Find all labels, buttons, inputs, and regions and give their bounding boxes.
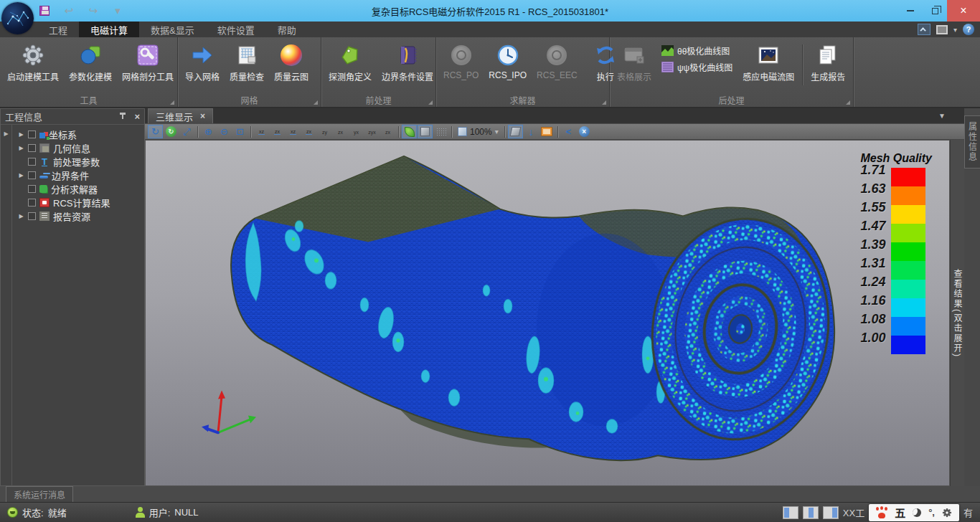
project-info-panel: 工程信息 × ▶ ▶ 坐标系 ▶ (0, 108, 145, 486)
view-preset-button[interactable]: zy (317, 125, 332, 138)
checkbox[interactable] (28, 158, 36, 166)
moon-icon[interactable] (913, 508, 921, 517)
app-logo-icon[interactable] (1, 2, 34, 34)
3d-canvas[interactable]: Mesh Quality 1.71 1.63 1.55 1.47 1.39 1.… (145, 140, 950, 486)
tree-gutter[interactable]: ▶ (1, 125, 12, 485)
download-view-icon[interactable]: ↓ (524, 125, 539, 138)
tree-item-report-resources[interactable]: ▶ 报告资源 (12, 209, 144, 223)
gear-icon (21, 43, 45, 67)
zoom-in-icon[interactable]: ⊕ (201, 125, 216, 138)
close-button[interactable]: × (947, 0, 980, 22)
tab-3d-display[interactable]: 三维显示 × (148, 108, 213, 123)
pin-icon[interactable] (118, 113, 127, 121)
checkbox[interactable] (28, 144, 36, 152)
group-launcher-icon[interactable] (170, 100, 174, 105)
rotate-view-icon[interactable]: ↻ (148, 125, 163, 138)
tab-help[interactable]: 帮助 (266, 22, 308, 37)
zoom-dropdown-icon[interactable]: ▾ (495, 128, 499, 136)
checkbox[interactable] (28, 199, 36, 207)
group-launcher-icon[interactable] (314, 100, 318, 105)
pan-zoom-icon[interactable]: ⤢ (179, 125, 194, 138)
tree-item-preprocess-params[interactable]: T 前处理参数 (12, 155, 144, 169)
layout-middle-panel-button[interactable] (803, 506, 819, 519)
capture-window-icon[interactable] (540, 125, 555, 138)
checkbox[interactable] (28, 171, 36, 179)
help-icon[interactable]: ? (963, 24, 974, 35)
zoom-level-select[interactable]: 100% ▾ (455, 127, 501, 137)
collapse-ribbon-icon[interactable] (918, 24, 930, 35)
boundary-condition-button[interactable]: 边界条件设置 (377, 42, 438, 84)
share-icon[interactable]: < (561, 125, 576, 138)
select-mode-icon[interactable] (508, 125, 523, 138)
checkbox[interactable] (28, 212, 36, 220)
layout-right-panel-button[interactable] (823, 506, 839, 519)
tree-item-coordinate-system[interactable]: ▶ 坐标系 (12, 128, 144, 141)
ime-settings-gear-icon[interactable] (942, 508, 952, 518)
rcs-eec-button[interactable]: RCS_EEC (532, 42, 582, 82)
wireframe-icon[interactable] (433, 125, 448, 138)
panel-close-icon[interactable]: × (134, 111, 140, 122)
orbit-icon[interactable]: ↻ (164, 125, 179, 138)
minimize-button[interactable] (898, 0, 923, 22)
mesh-partition-tool-button[interactable]: 网格剖分工具 (118, 42, 178, 84)
close-scene-icon[interactable]: × (577, 125, 592, 138)
system-message-tab[interactable]: 系统运行消息 (6, 486, 73, 503)
tab-project[interactable]: 工程 (37, 22, 79, 37)
baidu-paw-icon[interactable] (876, 507, 887, 518)
quality-cloud-button[interactable]: 质量云图 (270, 42, 313, 84)
tab-em-compute[interactable]: 电磁计算 (79, 22, 139, 37)
checkbox[interactable] (28, 185, 36, 193)
tree-item-rcs-results[interactable]: RCS计算结果 (12, 196, 144, 209)
tab-data-display[interactable]: 数据&显示 (139, 22, 206, 37)
smooth-shade-icon[interactable] (402, 125, 417, 138)
view-preset-button[interactable]: zx (333, 125, 348, 138)
view-preset-button[interactable]: zx (380, 125, 395, 138)
tree-item-analysis-solver[interactable]: 分析求解器 (12, 182, 144, 196)
group-launcher-icon[interactable] (428, 100, 433, 105)
probe-angle-button[interactable]: 探测角定义 (324, 42, 376, 84)
table-display-button[interactable]: 表格展示 (613, 42, 656, 84)
punctuation-icon[interactable]: °, (928, 507, 935, 518)
view-preset-button[interactable]: zx (270, 125, 285, 138)
tree-item-boundary-condition[interactable]: ▶ 边界条件 (12, 169, 144, 182)
app-window: ↩ ↪ ▾ 复杂目标RCS电磁分析软件2015 R1 - RCS_2015031… (0, 0, 980, 522)
tab-close-icon[interactable]: × (200, 111, 205, 121)
ribbon-group-preprocess: 探测角定义 边界条件设置 前处理 (321, 37, 436, 107)
quality-check-button[interactable]: 质量检查 (225, 42, 268, 84)
view-preset-button[interactable]: xz (254, 125, 269, 138)
ime-mode-label[interactable]: 五 (895, 505, 905, 520)
bottom-tab-row: 系统运行消息 (0, 486, 980, 502)
rcs-po-button[interactable]: RCS_PO (439, 42, 483, 82)
view-preset-button[interactable]: zyx (364, 125, 380, 138)
theta-polar-curve-button[interactable]: θθ极化曲线图 (661, 44, 732, 57)
induced-current-map-button[interactable]: 感应电磁流图 (738, 42, 798, 84)
title-bar: ↩ ↪ ▾ 复杂目标RCS电磁分析软件2015 R1 - RCS_2015031… (0, 0, 980, 22)
psi-polar-curve-button[interactable]: ψψ极化曲线图 (661, 61, 732, 73)
launch-modeling-tool-button[interactable]: 启动建模工具 (3, 42, 63, 84)
import-arrow-icon (190, 43, 215, 67)
generate-report-button[interactable]: 生成报告 (806, 42, 849, 84)
group-launcher-icon[interactable] (602, 100, 606, 105)
zoom-fit-icon[interactable]: ⊡ (232, 125, 248, 138)
view-preset-button[interactable]: xz (286, 125, 301, 138)
view-results-strip[interactable]: 查看结果(双击展开) (950, 140, 964, 486)
checkbox[interactable] (28, 130, 36, 138)
flat-shade-icon[interactable] (418, 125, 433, 138)
property-info-tab[interactable]: 属性信息 (964, 115, 980, 169)
restore-button[interactable] (923, 0, 947, 22)
tag-icon (338, 43, 362, 67)
layout-left-panel-button[interactable] (783, 506, 798, 519)
tab-list-dropdown-icon[interactable]: ▼ (938, 108, 964, 123)
tab-software-settings[interactable]: 软件设置 (206, 22, 266, 37)
zoom-out-icon[interactable]: ⊖ (217, 125, 232, 138)
rcs-ipo-button[interactable]: RCS_IPO (484, 42, 531, 82)
window-style-dropdown-icon[interactable]: ▾ (953, 26, 957, 34)
window-style-icon[interactable] (936, 25, 948, 34)
corner-text-end: 有 (963, 506, 973, 519)
view-preset-button[interactable]: yx (349, 125, 364, 138)
parametric-modeling-button[interactable]: 参数化建模 (65, 42, 116, 84)
tree-item-geometry-info[interactable]: ▶ 几何信息 (12, 141, 144, 155)
import-mesh-button[interactable]: 导入网格 (181, 42, 224, 84)
group-launcher-icon[interactable] (846, 100, 850, 105)
view-preset-button[interactable]: zx (301, 125, 316, 138)
